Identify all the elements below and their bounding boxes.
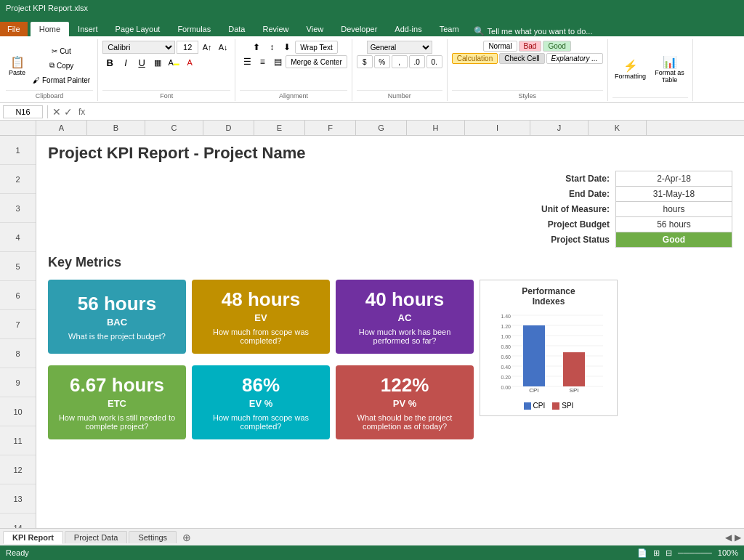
tab-page-layout[interactable]: Page Layout xyxy=(107,22,169,36)
formula-input[interactable] xyxy=(91,107,741,116)
spi-legend-label: SPI xyxy=(562,402,573,410)
normal-style-button[interactable]: Normal xyxy=(483,41,517,52)
row-num-3[interactable]: 3 xyxy=(0,194,36,223)
ribbon-group-font: Calibri A↑ A↓ B I U ▦ A▬ A Font xyxy=(98,39,235,101)
tell-me-text[interactable]: Tell me what you want to do... xyxy=(488,27,593,36)
paste-button[interactable]: 📋 Paste xyxy=(6,44,28,87)
wrap-text-button[interactable]: Wrap Text xyxy=(295,41,338,54)
border-button[interactable]: ▦ xyxy=(150,56,165,69)
tab-insert[interactable]: Insert xyxy=(69,22,107,36)
sheet-tab-settings[interactable]: Settings xyxy=(129,531,177,543)
bold-button[interactable]: B xyxy=(102,56,117,69)
scroll-left-icon[interactable]: ◀ xyxy=(725,532,732,543)
col-header-h[interactable]: H xyxy=(407,121,465,135)
confirm-icon[interactable]: ✓ xyxy=(64,106,73,118)
align-right-button[interactable]: ▤ xyxy=(270,55,285,68)
tab-home[interactable]: Home xyxy=(31,22,69,36)
row-num-5[interactable]: 5 xyxy=(0,252,36,281)
alignment-label: Alignment xyxy=(240,90,347,100)
row-num-12[interactable]: 12 xyxy=(0,455,36,484)
conditional-icon: ⚡ xyxy=(623,59,638,73)
row-num-1[interactable]: 1 xyxy=(0,136,36,165)
tab-team[interactable]: Team xyxy=(431,22,468,36)
col-header-c[interactable]: C xyxy=(145,121,203,135)
decrease-decimal-button[interactable]: 0. xyxy=(426,55,442,68)
col-header-b[interactable]: B xyxy=(87,121,145,135)
conditional-label xyxy=(612,97,688,100)
tab-developer[interactable]: Developer xyxy=(332,22,386,36)
italic-button[interactable]: I xyxy=(118,56,133,69)
row-num-9[interactable]: 9 xyxy=(0,368,36,397)
copy-button[interactable]: ⧉ Copy xyxy=(30,59,93,72)
comma-button[interactable]: , xyxy=(392,55,408,68)
calculation-style-button[interactable]: Calculation xyxy=(452,53,498,64)
scroll-controls: ◀ ▶ xyxy=(725,532,741,543)
row-num-11[interactable]: 11 xyxy=(0,426,36,455)
sheet-tab-project-data[interactable]: Project Data xyxy=(65,531,128,543)
explanatory-style-button[interactable]: Explanatory ... xyxy=(546,53,603,64)
metric-card-ev: 48 hours EV How much from scope was comp… xyxy=(192,280,330,354)
styles-row: Normal Bad Good xyxy=(483,41,571,52)
col-header-f[interactable]: F xyxy=(305,121,356,135)
bad-style-button[interactable]: Bad xyxy=(519,41,542,52)
align-top-button[interactable]: ⬆ xyxy=(249,41,264,54)
col-header-d[interactable]: D xyxy=(203,121,254,135)
font-family-select[interactable]: Calibri xyxy=(102,41,175,54)
row-num-6[interactable]: 6 xyxy=(0,281,36,310)
column-headers: A B C D E F G H I J K xyxy=(0,121,744,136)
sheet-tab-kpi-report[interactable]: KPI Report xyxy=(3,531,63,544)
cut-button[interactable]: ✂ Cut xyxy=(30,44,93,57)
tab-formulas[interactable]: Formulas xyxy=(169,22,219,36)
align-center-button[interactable]: ≡ xyxy=(255,55,270,68)
budget-label: Project Budget xyxy=(535,217,616,232)
increase-decimal-button[interactable]: .0 xyxy=(409,55,425,68)
tab-review[interactable]: Review xyxy=(254,22,297,36)
cancel-icon[interactable]: ✕ xyxy=(52,106,61,118)
format-as-table-button[interactable]: 📊 Format as Table xyxy=(652,47,688,91)
font-color-button[interactable]: A xyxy=(182,56,197,69)
percent-button[interactable]: % xyxy=(374,55,390,68)
col-header-i[interactable]: I xyxy=(465,121,530,135)
font-decrease-button[interactable]: A↓ xyxy=(216,41,230,54)
pvpct-name: PV % xyxy=(393,398,417,409)
metric-card-ac: 40 hours AC How much work has been perfo… xyxy=(336,280,474,354)
row-num-7[interactable]: 7 xyxy=(0,310,36,339)
col-header-a[interactable]: A xyxy=(36,121,87,135)
row-num-10[interactable]: 10 xyxy=(0,397,36,426)
conditional-formatting-button[interactable]: ⚡ Formatting xyxy=(612,47,649,91)
row-num-2[interactable]: 2 xyxy=(0,165,36,194)
check-cell-style-button[interactable]: Check Cell xyxy=(499,53,544,64)
spi-legend: SPI xyxy=(552,402,573,410)
function-icon[interactable]: fx xyxy=(78,107,85,117)
tab-view[interactable]: View xyxy=(298,22,333,36)
row-num-4[interactable]: 4 xyxy=(0,223,36,252)
cut-icon: ✂ xyxy=(52,47,57,55)
good-style-button[interactable]: Good xyxy=(543,41,570,52)
tab-file[interactable]: File xyxy=(0,22,28,36)
row-num-8[interactable]: 8 xyxy=(0,339,36,368)
align-left-button[interactable]: ☰ xyxy=(240,55,254,68)
row-num-13[interactable]: 13 xyxy=(0,484,36,514)
ac-name: AC xyxy=(398,312,412,323)
col-header-e[interactable]: E xyxy=(254,121,305,135)
tab-addins[interactable]: Add-ins xyxy=(386,22,430,36)
scroll-right-icon[interactable]: ▶ xyxy=(735,532,741,543)
format-painter-icon: 🖌 xyxy=(33,76,40,84)
tab-data[interactable]: Data xyxy=(219,22,254,36)
add-sheet-button[interactable]: ⊕ xyxy=(178,530,195,545)
format-painter-button[interactable]: 🖌 Format Painter xyxy=(30,73,93,86)
number-format-select[interactable]: General xyxy=(367,41,432,54)
fill-color-button[interactable]: A▬ xyxy=(166,56,181,69)
cell-reference-input[interactable] xyxy=(3,105,43,118)
font-increase-button[interactable]: A↑ xyxy=(200,41,214,54)
currency-button[interactable]: $ xyxy=(357,55,373,68)
underline-button[interactable]: U xyxy=(134,56,149,69)
col-header-k[interactable]: K xyxy=(589,121,647,135)
merge-center-button[interactable]: Merge & Center xyxy=(286,55,347,68)
key-metrics-title-row: Key Metrics xyxy=(48,253,732,280)
font-size-input[interactable] xyxy=(177,41,198,54)
align-middle-button[interactable]: ↕ xyxy=(264,41,279,54)
col-header-g[interactable]: G xyxy=(356,121,407,135)
col-header-j[interactable]: J xyxy=(530,121,589,135)
align-bottom-button[interactable]: ⬇ xyxy=(280,41,294,54)
